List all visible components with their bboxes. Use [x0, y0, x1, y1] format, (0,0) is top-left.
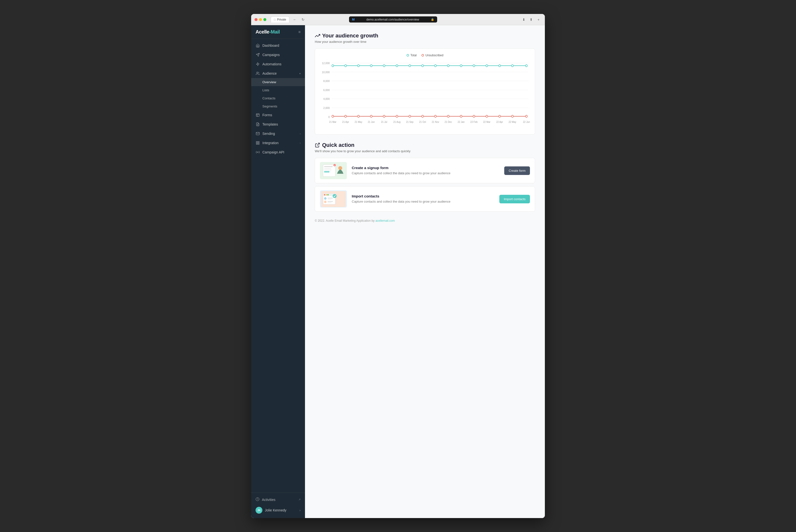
close-button[interactable] [254, 18, 258, 21]
sidebar-item-lists[interactable]: Lists [251, 86, 305, 94]
sidebar-item-campaign-api[interactable]: Campaign API [251, 148, 305, 157]
lock-icon: 🔒 [431, 18, 434, 21]
svg-point-60 [526, 115, 528, 117]
svg-point-45 [332, 115, 334, 117]
quick-action-subtitle: We'll show you how to grow your audience… [315, 149, 535, 153]
svg-text:×: × [334, 165, 335, 166]
address-bar[interactable]: M demo.acellemail.com/audience/overview … [349, 16, 437, 22]
chevron-down-icon: ▾ [299, 72, 301, 75]
new-tab-button[interactable]: + [535, 17, 542, 22]
svg-text:2,000: 2,000 [323, 106, 330, 109]
svg-point-58 [498, 115, 500, 117]
import-contacts-button[interactable]: Import contacts [499, 195, 530, 203]
sidebar-item-dashboard[interactable]: Dashboard [251, 41, 305, 50]
svg-rect-12 [258, 143, 259, 145]
sidebar-sub-item-label: Lists [262, 88, 269, 92]
sidebar-header: Acelle‑Mail ≡ [251, 25, 305, 39]
site-icon: M [352, 18, 355, 21]
create-form-desc: Capture contacts and collect the data yo… [352, 171, 499, 176]
traffic-lights [254, 18, 266, 21]
layout-icon [255, 113, 260, 117]
create-form-thumbnail: × [320, 162, 347, 179]
sidebar-item-campaigns[interactable]: Campaigns [251, 50, 305, 59]
browser-tab[interactable]: □ Private [271, 16, 289, 22]
file-text-icon [255, 122, 260, 127]
create-form-button[interactable]: Create form [504, 166, 530, 175]
sidebar-item-integration[interactable]: Integration › [251, 138, 305, 148]
create-form-info: Create a signup form Capture contacts an… [352, 166, 499, 176]
total-dot [406, 54, 409, 57]
main-content: Your audience growth How your audience g… [305, 25, 545, 518]
chart-visualization: 12,000 10,000 8,000 6,000 4,000 2,000 0 [320, 61, 530, 130]
sidebar-item-label: Campaign API [262, 150, 284, 154]
svg-line-77 [317, 143, 319, 146]
svg-point-42 [498, 64, 500, 67]
sidebar-item-audience[interactable]: Audience ▾ [251, 69, 305, 78]
sidebar: Acelle‑Mail ≡ Dashboard Campaign [251, 25, 305, 518]
user-chevron-icon: › [299, 508, 301, 512]
svg-text:22 Jan: 22 Jan [457, 121, 465, 124]
sidebar-item-segments[interactable]: Segments [251, 102, 305, 110]
svg-point-46 [345, 115, 347, 117]
activities-item[interactable]: Activities ↗ [251, 495, 305, 504]
svg-point-31 [357, 64, 359, 67]
svg-point-39 [460, 64, 462, 67]
legend-total: Total [406, 54, 417, 57]
sidebar-item-label: Integration [262, 141, 279, 145]
svg-text:21 Aug: 21 Aug [393, 121, 401, 124]
svg-text:21 Dec: 21 Dec [444, 121, 452, 124]
sidebar-item-overview[interactable]: Overview [251, 78, 305, 86]
sidebar-item-sending[interactable]: Sending › [251, 129, 305, 138]
clock-icon [255, 497, 260, 502]
back-button[interactable]: ← [292, 17, 298, 22]
tab-label: Private [277, 18, 286, 21]
svg-rect-83 [324, 171, 329, 172]
maximize-button[interactable] [263, 18, 266, 21]
svg-rect-11 [256, 143, 258, 145]
import-contacts-thumbnail [320, 190, 347, 208]
svg-point-43 [512, 64, 514, 67]
sidebar-item-forms[interactable]: Forms [251, 110, 305, 120]
sidebar-sub-item-label: Segments [262, 104, 277, 108]
svg-rect-94 [327, 198, 333, 198]
sidebar-item-label: Audience [262, 72, 277, 75]
quick-action-section: Quick action We'll show you how to grow … [315, 142, 535, 212]
user-profile-item[interactable]: JK Jolie Kennedy › [251, 504, 305, 516]
svg-text:10,000: 10,000 [322, 71, 330, 74]
chevron-right-icon: › [300, 142, 301, 145]
share-button[interactable]: ⬆ [528, 17, 534, 22]
svg-point-55 [460, 115, 462, 117]
home-icon [255, 43, 260, 48]
svg-point-84 [338, 166, 342, 170]
download-button[interactable]: ⬇ [521, 17, 527, 22]
zap-icon [255, 62, 260, 66]
users-icon [255, 71, 260, 76]
svg-text:0: 0 [328, 115, 330, 118]
refresh-button[interactable]: ↻ [300, 17, 306, 22]
sidebar-item-automations[interactable]: Automations [251, 59, 305, 69]
sidebar-item-contacts[interactable]: Contacts [251, 94, 305, 102]
minimize-button[interactable] [259, 18, 262, 21]
create-form-title: Create a signup form [352, 166, 499, 170]
svg-text:22 May: 22 May [509, 121, 516, 124]
svg-text:22 Mar: 22 Mar [483, 121, 491, 124]
svg-point-35 [409, 64, 411, 67]
svg-text:21 Jun: 21 Jun [368, 121, 375, 124]
import-thumbnail-illustration [321, 191, 346, 207]
svg-point-36 [422, 64, 424, 67]
svg-point-93 [324, 197, 326, 200]
svg-text:21 Mar: 21 Mar [329, 121, 337, 124]
sidebar-item-label: Forms [262, 113, 272, 117]
svg-point-52 [422, 115, 424, 117]
svg-rect-82 [324, 170, 331, 170]
svg-point-33 [383, 64, 385, 67]
user-avatar: JK [255, 507, 262, 514]
sidebar-item-label: Sending [262, 132, 275, 136]
footer-link[interactable]: acellemail.com [376, 219, 395, 223]
svg-point-53 [434, 115, 436, 117]
external-link-icon [315, 142, 320, 148]
sidebar-toggle[interactable]: ≡ [298, 30, 301, 34]
svg-marker-2 [256, 62, 259, 65]
svg-rect-4 [256, 114, 259, 116]
sidebar-item-templates[interactable]: Templates [251, 120, 305, 129]
